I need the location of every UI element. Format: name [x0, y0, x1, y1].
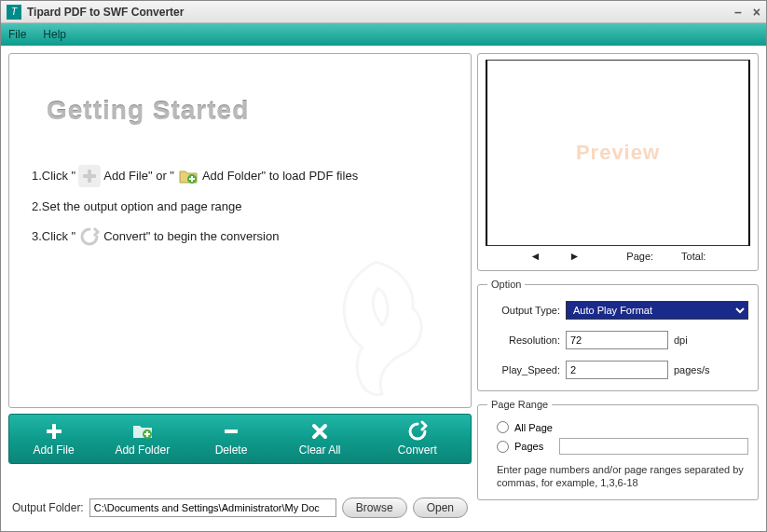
page-label: Page:	[626, 251, 653, 262]
browse-button[interactable]: Browse	[342, 498, 407, 518]
guide-step-2: 2.Set the output option and page range	[32, 194, 454, 221]
x-icon	[311, 421, 328, 442]
window-title: Tipard PDF to SWF Converter	[27, 6, 734, 19]
close-button[interactable]: ×	[753, 5, 760, 20]
output-folder-row: Output Folder: Browse Open	[8, 470, 472, 524]
preview-nav: ◄ ► Page: Total:	[486, 246, 750, 266]
guide-step-3: 3.Click " Convert" to begin the conversi…	[32, 224, 454, 251]
output-folder-input[interactable]	[89, 498, 336, 517]
app-icon: T	[7, 5, 21, 20]
refresh-icon	[406, 421, 429, 442]
menubar: File Help	[1, 23, 766, 46]
preview-placeholder: Preview	[576, 141, 660, 165]
folder-plus-icon	[132, 421, 153, 442]
right-column: Preview ◄ ► Page: Total: Option Output T…	[477, 53, 759, 524]
svg-rect-4	[189, 178, 195, 180]
minimize-button[interactable]: –	[734, 5, 742, 20]
page-range-group: Page Range All Page Pages Enter page num…	[477, 399, 759, 500]
left-column: Getting Started 1.Click " Add File" or "…	[8, 53, 472, 524]
prev-page-button[interactable]: ◄	[530, 250, 541, 263]
delete-button[interactable]: Delete	[186, 415, 275, 463]
page-range-hint: Enter page numbers and/or page ranges se…	[487, 459, 748, 490]
svg-rect-10	[225, 430, 238, 433]
guide-step-1: 1.Click " Add File" or " Add Folder" to …	[32, 163, 454, 190]
svg-rect-9	[144, 433, 150, 435]
preview-panel: Preview ◄ ► Page: Total:	[477, 53, 759, 271]
guide-steps: 1.Click " Add File" or " Add Folder" to …	[32, 163, 454, 254]
next-page-button[interactable]: ►	[568, 250, 580, 263]
main-toolbar: Add File Add Folder Delete	[8, 414, 472, 464]
open-button[interactable]: Open	[413, 498, 468, 518]
all-page-label: All Page	[514, 422, 553, 433]
convert-button[interactable]: Convert	[364, 415, 471, 463]
option-group: Option Output Type: Auto Play Format Res…	[477, 279, 759, 391]
minus-icon	[223, 421, 240, 442]
pages-input[interactable]	[559, 438, 748, 455]
pages-radio[interactable]	[497, 441, 509, 453]
preview-canvas: Preview	[486, 60, 750, 246]
pages-label: Pages	[514, 441, 554, 452]
svg-rect-1	[83, 174, 96, 178]
client-area: Getting Started 1.Click " Add File" or "…	[1, 46, 766, 531]
resolution-input[interactable]	[566, 331, 668, 349]
add-file-button[interactable]: Add File	[9, 415, 98, 463]
option-legend: Option	[487, 279, 525, 290]
add-folder-button[interactable]: Add Folder	[98, 415, 186, 463]
pdf-watermark-icon	[301, 249, 450, 407]
add-file-icon	[78, 165, 101, 187]
guide-heading: Getting Started	[47, 96, 454, 126]
window-controls: – ×	[734, 5, 760, 20]
play-speed-label: Play_Speed:	[487, 364, 560, 375]
output-type-select[interactable]: Auto Play Format	[566, 301, 748, 320]
convert-icon	[78, 225, 101, 248]
total-label: Total:	[681, 251, 705, 262]
resolution-label: Resolution:	[487, 334, 560, 346]
app-window: T Tipard PDF to SWF Converter – × File H…	[0, 0, 767, 532]
plus-icon	[45, 421, 63, 442]
output-folder-label: Output Folder:	[12, 501, 84, 514]
getting-started-panel: Getting Started 1.Click " Add File" or "…	[8, 53, 472, 408]
svg-rect-6	[47, 430, 62, 433]
add-folder-icon	[177, 165, 199, 187]
menu-file[interactable]: File	[8, 28, 26, 41]
output-type-label: Output Type:	[487, 305, 560, 316]
play-speed-input[interactable]	[566, 361, 668, 379]
all-page-radio[interactable]	[497, 421, 509, 433]
menu-help[interactable]: Help	[43, 28, 66, 41]
resolution-unit: dpi	[674, 334, 688, 346]
play-speed-unit: pages/s	[674, 364, 710, 375]
clear-all-button[interactable]: Clear All	[276, 415, 364, 463]
titlebar: T Tipard PDF to SWF Converter – ×	[1, 1, 766, 23]
page-range-legend: Page Range	[487, 399, 552, 410]
